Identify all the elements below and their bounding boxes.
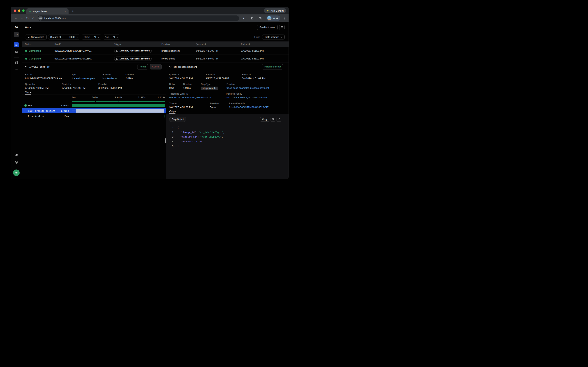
word-wrap-button[interactable] (271, 117, 275, 122)
reload-button[interactable]: ↻ (25, 16, 30, 21)
tab-close-icon[interactable]: ✕ (63, 10, 67, 13)
send-test-event-button[interactable]: Send test event (257, 25, 278, 30)
app-link[interactable]: trace-docs-examples (72, 77, 95, 80)
inngest-logo-icon[interactable]: ∞ (15, 25, 18, 29)
code-icon (15, 171, 18, 175)
field-value: 3/4/2026, 4:51:00 PM (169, 77, 193, 80)
field-label: Step Type (201, 83, 218, 85)
axis-tick-label: 0ms (72, 96, 76, 99)
settings-button[interactable] (279, 25, 285, 30)
copy-button[interactable]: Copy (260, 117, 269, 122)
field-label: Run ID (25, 73, 62, 76)
sidebar-divider (14, 57, 19, 58)
table-columns-button[interactable]: Table columns (262, 34, 285, 40)
back-button[interactable]: ← (13, 16, 18, 21)
sidebar-item-functions[interactable] (14, 67, 19, 72)
word-wrap-icon (272, 118, 274, 121)
timeout-field: Timeout 3/4/2027, 4:51:00 PM (169, 102, 193, 108)
bookmark-star-icon[interactable]: ★ (241, 16, 246, 21)
app-filter-dropdown[interactable]: All (111, 35, 120, 39)
field-label: Queued at (169, 73, 193, 76)
trace-span-finalization[interactable]: Finalization 19ms (22, 114, 166, 118)
collapse-step-chevron-icon[interactable] (169, 66, 172, 67)
time-range-dropdown[interactable]: Last 3d (66, 35, 80, 39)
tab-trace[interactable]: Trace (25, 91, 31, 94)
time-field-value: Queued at (50, 36, 61, 38)
code-text: "success": true (177, 139, 202, 144)
ask-gemini-label: Ask Gemini (271, 9, 284, 12)
col-status: Status (25, 43, 55, 45)
table-row[interactable]: Completed 01KJXDACBF7E98M00RAFCK9HAX inn… (22, 55, 289, 63)
ask-gemini-button[interactable]: Ask Gemini (264, 8, 286, 13)
tab-title: Inngest Server (33, 10, 62, 13)
close-window-button[interactable] (14, 9, 16, 12)
forward-button[interactable]: → (19, 16, 24, 21)
new-tab-button[interactable]: + (70, 9, 75, 14)
run-id-field: Run ID 01KJXDACBF7E98M00RAFCK9HAX (25, 73, 62, 80)
run-id-cell: 01KJXDACBF7E98M00RAFCK9HAX (55, 57, 114, 60)
step-function-link[interactable]: trace-docs-examples-process-payment (227, 87, 269, 89)
expand-output-button[interactable] (277, 117, 281, 122)
trigger-pill[interactable]: inngest/function.invoked (114, 49, 152, 53)
ended-at-cell: 3/4/2026, 4:51:01 PM (241, 50, 289, 52)
sidebar-item-runs[interactable] (14, 42, 19, 47)
site-info-icon[interactable] (38, 16, 43, 21)
collapse-run-chevron-icon[interactable] (25, 66, 27, 67)
field-value: False (210, 106, 219, 108)
step-output-pill-button[interactable]: Step Output (169, 117, 186, 122)
tab-output[interactable]: Output (169, 110, 176, 113)
browser-profile-button[interactable]: Work (266, 16, 280, 21)
trace-span-run[interactable]: Run 2.028s (22, 103, 166, 108)
terminal-list-icon (15, 68, 18, 71)
chevron-down-icon (98, 37, 99, 38)
search-tabs-icon[interactable] (258, 16, 263, 21)
main-content: Runs Send test event (22, 22, 289, 179)
open-run-external-link-icon[interactable] (47, 66, 50, 68)
sidebar-item-apps[interactable] (14, 60, 19, 65)
search-panel-icon (15, 50, 18, 54)
sidebar-footer (11, 167, 22, 179)
filter-bar: Show search Queued at Last 3d Stat (22, 33, 289, 42)
browser-menu-icon[interactable] (282, 16, 286, 20)
address-bar[interactable]: localhost:8288/runs (38, 16, 239, 21)
sidebar-item-events[interactable] (14, 50, 19, 55)
status-filter-dropdown[interactable]: All (92, 35, 101, 39)
trace-span-step-selected[interactable]: call-process-payment 1.915s (22, 108, 166, 113)
trace-ruler (72, 100, 165, 103)
trigger-pill[interactable]: inngest/function.invoked (114, 57, 152, 61)
dev-server-button[interactable] (13, 169, 20, 176)
toolbar-divider (256, 17, 256, 20)
field-value: 3/4/2026, 4:51:01 PM (242, 77, 265, 80)
sidebar-help-icon[interactable]: ? (14, 160, 19, 165)
window-controls[interactable] (14, 9, 25, 12)
step-started-field: Started at 3/4/2026, 4:51:00 PM (206, 73, 229, 80)
extensions-icon[interactable] (249, 16, 255, 21)
triggered-run-link[interactable]: 01KJXDACKB9MPQACGTDP7JAVS1 (226, 96, 267, 99)
field-label: Queued at (25, 83, 49, 85)
home-button[interactable]: ⌂ (31, 16, 36, 21)
function-link[interactable]: invoke-demo (103, 77, 116, 80)
triggering-event-link[interactable]: 01KJXDACEC6H49QRQXWEA93NXZ (169, 96, 211, 99)
show-search-button[interactable]: Show search (25, 34, 47, 40)
span-duration: 19ms (55, 115, 69, 117)
workspace-avatar[interactable]: DV (14, 32, 19, 37)
rerun-button[interactable]: Rerun (137, 64, 148, 69)
rerun-from-step-button[interactable]: Rerun from step (262, 64, 283, 69)
table-row[interactable]: Completed 01KJXDACKB9MPQACGTDP7JAVS1 inn… (22, 47, 289, 55)
axis-tick-label: 507ms (92, 96, 99, 99)
app-filter-label: App (103, 35, 111, 39)
col-ended-at: Ended at (241, 43, 289, 45)
return-event-link[interactable]: 01KJXDAE66CMZMB28439023V4T (229, 106, 269, 108)
table-columns-label: Table columns (265, 36, 279, 38)
span-name: call-process-payment (28, 109, 56, 112)
line-number: 1 (166, 125, 174, 130)
show-search-label: Show search (31, 36, 44, 38)
browser-tab[interactable]: ∞ Inngest Server ✕ (26, 8, 68, 14)
sidebar-share-icon[interactable] (14, 152, 19, 158)
minimize-window-button[interactable] (18, 9, 20, 12)
time-field-dropdown[interactable]: Queued at (48, 35, 66, 39)
zoom-window-button[interactable] (22, 9, 25, 12)
axis-tick-label: 2.028s (157, 96, 165, 99)
delay-field: Delay 0ms (169, 83, 175, 89)
cancel-button[interactable]: Cancel (150, 64, 162, 69)
